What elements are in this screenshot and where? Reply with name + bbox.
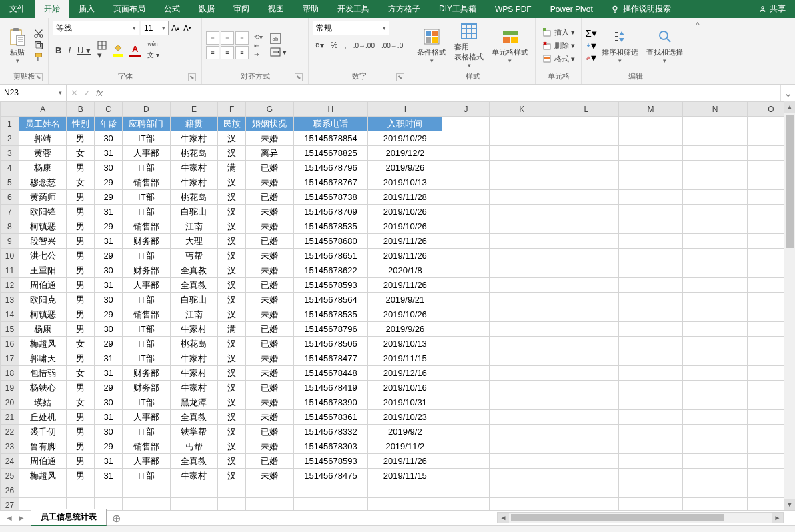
- cell[interactable]: 男: [67, 307, 95, 322]
- cell[interactable]: [442, 146, 490, 161]
- cell[interactable]: 已婚: [245, 337, 293, 351]
- cell[interactable]: 30: [95, 293, 123, 307]
- cell[interactable]: 包惜弱: [19, 366, 67, 381]
- cell[interactable]: [554, 307, 619, 322]
- cell[interactable]: 30: [95, 131, 123, 146]
- cell[interactable]: [442, 498, 490, 511]
- cell[interactable]: [618, 454, 683, 469]
- row-header-9[interactable]: 9: [1, 234, 19, 249]
- cell[interactable]: 15145678622: [293, 263, 368, 278]
- cell[interactable]: 2019/11/26: [368, 454, 442, 469]
- cell[interactable]: 联系电话: [293, 117, 368, 131]
- cell[interactable]: 2019/9/26: [368, 161, 442, 175]
- cell[interactable]: [19, 483, 67, 498]
- row-header-20[interactable]: 20: [1, 395, 19, 410]
- dialog-launcher-icon[interactable]: ⬊: [35, 73, 43, 81]
- fill-color-button[interactable]: [111, 43, 125, 58]
- cell[interactable]: 男: [67, 190, 95, 205]
- cell[interactable]: 应聘部门: [123, 117, 171, 131]
- cell[interactable]: [683, 278, 748, 293]
- cell[interactable]: 周伯通: [19, 454, 67, 469]
- row-header-14[interactable]: 14: [1, 307, 19, 322]
- align-center[interactable]: ≡: [221, 46, 234, 59]
- align-right[interactable]: ≡: [235, 46, 249, 59]
- cell[interactable]: 汉: [218, 190, 246, 205]
- cell[interactable]: 瑛姑: [19, 395, 67, 410]
- comma-button[interactable]: ,: [341, 39, 349, 51]
- cell[interactable]: 未婚: [245, 205, 293, 219]
- cell[interactable]: 已婚: [245, 454, 293, 469]
- tab-开始[interactable]: 开始: [35, 0, 69, 18]
- shrink-font-icon[interactable]: A▾: [182, 23, 193, 33]
- cell[interactable]: 婚姻状况: [245, 117, 293, 131]
- cell[interactable]: [490, 307, 554, 322]
- cell[interactable]: [683, 263, 748, 278]
- cell[interactable]: [618, 483, 683, 498]
- cell[interactable]: 满: [218, 322, 246, 337]
- row-header-16[interactable]: 16: [1, 337, 19, 351]
- cell[interactable]: [554, 366, 619, 381]
- cell[interactable]: 黄蓉: [19, 146, 67, 161]
- font-color-button[interactable]: A: [127, 43, 143, 59]
- cell[interactable]: 2019/9/2: [368, 425, 442, 439]
- cell[interactable]: 汉: [218, 146, 246, 161]
- cell[interactable]: 男: [67, 161, 95, 175]
- cell[interactable]: IT部: [123, 293, 171, 307]
- cell[interactable]: [683, 161, 748, 175]
- cell[interactable]: 汉: [218, 410, 246, 425]
- col-header-B[interactable]: B: [67, 102, 95, 117]
- cell[interactable]: 全真教: [170, 263, 218, 278]
- cell[interactable]: 郭靖: [19, 131, 67, 146]
- cell[interactable]: [683, 175, 748, 190]
- cell[interactable]: [490, 161, 554, 175]
- cell[interactable]: [683, 410, 748, 425]
- cell[interactable]: [554, 190, 619, 205]
- cell[interactable]: 汉: [218, 278, 246, 293]
- formula-input[interactable]: [107, 85, 780, 101]
- tab-nav-next-icon[interactable]: ►: [17, 513, 25, 523]
- cell[interactable]: IT部: [123, 425, 171, 439]
- cell[interactable]: [683, 337, 748, 351]
- cell[interactable]: [442, 249, 490, 263]
- cell[interactable]: 穆念慈: [19, 175, 67, 190]
- tab-Power Pivot[interactable]: Power Pivot: [541, 0, 602, 18]
- cell[interactable]: 欧阳锋: [19, 205, 67, 219]
- cell[interactable]: 15145678475: [293, 469, 368, 483]
- cell[interactable]: 白驼山: [170, 293, 218, 307]
- cell[interactable]: [442, 454, 490, 469]
- cell[interactable]: 杨康: [19, 322, 67, 337]
- cell[interactable]: [554, 263, 619, 278]
- cell[interactable]: [442, 219, 490, 234]
- align-top-left[interactable]: ≡: [206, 31, 219, 45]
- cell[interactable]: [293, 498, 368, 511]
- cell[interactable]: [490, 278, 554, 293]
- find-select-button[interactable]: 查找和选择▾: [644, 26, 686, 65]
- cell[interactable]: 15145678448: [293, 366, 368, 381]
- row-header-26[interactable]: 26: [1, 483, 19, 498]
- cell[interactable]: 男: [67, 439, 95, 454]
- scroll-left-icon[interactable]: ◄: [498, 513, 509, 523]
- cell[interactable]: [170, 498, 218, 511]
- row-header-21[interactable]: 21: [1, 410, 19, 425]
- cell[interactable]: 桃花岛: [170, 190, 218, 205]
- cell[interactable]: 男: [67, 278, 95, 293]
- tab-视图[interactable]: 视图: [259, 0, 293, 18]
- cell[interactable]: [554, 175, 619, 190]
- row-header-5[interactable]: 5: [1, 175, 19, 190]
- cell[interactable]: [554, 219, 619, 234]
- cell[interactable]: [442, 337, 490, 351]
- cell[interactable]: [683, 381, 748, 395]
- cell[interactable]: 牛家村: [170, 366, 218, 381]
- cell[interactable]: 柯镇恶: [19, 219, 67, 234]
- italic-button[interactable]: I: [65, 44, 73, 57]
- tab-方方格子[interactable]: 方方格子: [379, 0, 430, 18]
- col-header-F[interactable]: F: [218, 102, 246, 117]
- cell[interactable]: IT部: [123, 469, 171, 483]
- cell[interactable]: [554, 469, 619, 483]
- cell[interactable]: [554, 337, 619, 351]
- cell[interactable]: 黄药师: [19, 190, 67, 205]
- cell[interactable]: 女: [67, 175, 95, 190]
- cell[interactable]: [490, 146, 554, 161]
- cell[interactable]: [95, 498, 123, 511]
- tab-插入[interactable]: 插入: [69, 0, 104, 18]
